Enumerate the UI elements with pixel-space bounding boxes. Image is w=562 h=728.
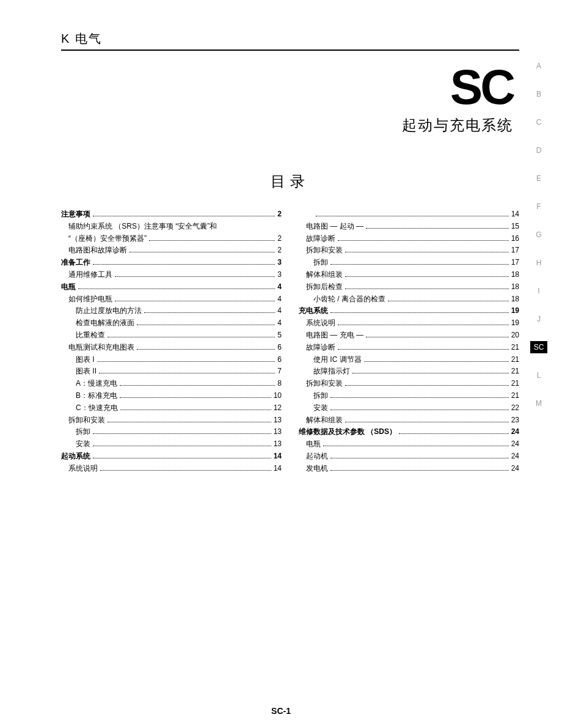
side-tab-m[interactable]: M [530, 397, 547, 410]
toc-row[interactable]: 拆卸后检查18 [299, 281, 519, 293]
toc-label: 安装 [76, 438, 90, 450]
toc-page-number: 4 [277, 305, 282, 317]
toc-row[interactable]: 拆卸和安装13 [61, 414, 282, 427]
toc-row[interactable]: 维修数据及技术参数 （SDS）24 [299, 426, 519, 438]
toc-row[interactable]: 解体和组装18 [299, 269, 519, 281]
side-tab-c[interactable]: C [530, 116, 547, 128]
toc-label: 充电系统 [299, 305, 328, 317]
toc-row[interactable]: 故障诊断21 [299, 342, 519, 354]
toc-label: 拆卸 [313, 390, 328, 402]
toc-page-number: 13 [274, 438, 282, 450]
toc-leader-dots [345, 422, 509, 422]
side-tab-h[interactable]: H [530, 257, 547, 269]
toc-label: 系统说明 [68, 463, 98, 475]
toc-page-number: 19 [511, 305, 519, 317]
toc-label: 电瓶 [61, 281, 76, 293]
toc-row[interactable]: “（座椅）安全带预紧器”2 [61, 233, 282, 245]
toc-columns: 注意事项2辅助约束系统 （SRS）注意事项 “安全气囊”和“（座椅）安全带预紧器… [61, 208, 519, 475]
toc-leader-dots [93, 264, 275, 265]
toc-label: 起动系统 [61, 450, 90, 463]
side-tab-a[interactable]: A [530, 60, 547, 72]
toc-row[interactable]: 安装13 [61, 438, 282, 450]
toc-row[interactable]: 拆卸13 [61, 426, 282, 438]
toc-row[interactable]: 系统说明14 [61, 463, 282, 475]
toc-row[interactable]: 拆卸和安装17 [299, 245, 519, 257]
toc-row[interactable]: 电瓶4 [61, 281, 282, 293]
side-tab-sc[interactable]: SC [530, 341, 547, 353]
toc-label: 解体和组装 [306, 269, 343, 281]
toc-label: 电瓶 [306, 438, 321, 450]
toc-label: 电瓶测试和充电图表 [68, 342, 134, 354]
toc-row[interactable]: 故障指示灯21 [299, 366, 519, 378]
toc-row[interactable]: 拆卸和安装21 [299, 378, 519, 390]
category-header: K 电气 [61, 31, 519, 51]
toc-row[interactable]: A：慢速充电8 [61, 378, 282, 390]
toc-row[interactable]: 电路图和故障诊断2 [61, 245, 282, 257]
toc-label: 安装 [313, 402, 328, 414]
toc-page-number: 21 [511, 390, 519, 402]
toc-row[interactable]: 安装22 [299, 402, 519, 414]
toc-leader-dots [93, 433, 271, 434]
side-tab-e[interactable]: E [530, 172, 547, 185]
toc-row[interactable]: 比重检查5 [61, 329, 282, 342]
toc-label: 拆卸和安装 [68, 414, 105, 427]
side-tab-l[interactable]: L [530, 369, 547, 381]
toc-page-number: 24 [511, 450, 519, 463]
toc-row[interactable]: 准备工作3 [61, 257, 282, 269]
toc-row[interactable]: 系统说明19 [299, 317, 519, 329]
toc-row[interactable]: 检查电解液的液面4 [61, 317, 282, 329]
toc-row[interactable]: 电路图 — 充电 —20 [299, 329, 519, 342]
toc-row[interactable]: 小齿轮 / 离合器的检查18 [299, 293, 519, 306]
side-tab-i[interactable]: I [530, 285, 547, 297]
toc-page-number: 4 [277, 281, 282, 293]
toc-leader-dots [120, 410, 271, 410]
side-tab-j[interactable]: J [530, 313, 547, 325]
toc-label: 图表 I [76, 354, 95, 366]
toc-row[interactable]: 辅助约束系统 （SRS）注意事项 “安全气囊”和 [61, 221, 282, 233]
toc-leader-dots [97, 361, 276, 362]
toc-row[interactable]: 解体和组装23 [299, 414, 519, 427]
toc-page-number: 14 [274, 463, 282, 475]
toc-row[interactable]: 图表 II7 [61, 366, 282, 378]
toc-row[interactable]: 通用维修工具3 [61, 269, 282, 281]
toc-row[interactable]: 起动机24 [299, 450, 519, 463]
toc-heading: 目录 [61, 172, 519, 191]
toc-row[interactable]: 电路图 — 起动 —15 [299, 221, 519, 233]
toc-label: 故障指示灯 [313, 366, 350, 378]
toc-row[interactable]: 起动系统14 [61, 450, 282, 463]
toc-leader-dots [137, 325, 275, 325]
toc-page-number: 4 [277, 317, 282, 329]
toc-row[interactable]: 图表 I6 [61, 354, 282, 366]
toc-leader-dots [115, 276, 275, 277]
toc-row[interactable]: 电瓶24 [299, 438, 519, 450]
section-code: SC [61, 63, 513, 112]
toc-label: 故障诊断 [306, 233, 335, 245]
toc-row[interactable]: 充电系统19 [299, 305, 519, 317]
toc-label: C：快速充电 [76, 402, 118, 414]
toc-row[interactable]: 注意事项2 [61, 208, 282, 221]
toc-row[interactable]: 拆卸17 [299, 257, 519, 269]
toc-row[interactable]: 使用 IC 调节器21 [299, 354, 519, 366]
toc-page-number: 22 [511, 402, 519, 414]
side-tab-f[interactable]: F [530, 200, 547, 213]
toc-leader-dots [100, 470, 271, 471]
toc-row[interactable]: 发电机24 [299, 463, 519, 475]
toc-leader-dots [345, 252, 509, 252]
toc-page-number: 12 [274, 402, 282, 414]
toc-row[interactable]: 故障诊断16 [299, 233, 519, 245]
toc-row[interactable]: C：快速充电12 [61, 402, 282, 414]
toc-page-number: 24 [511, 438, 519, 450]
toc-leader-dots [108, 422, 271, 422]
toc-row[interactable]: 电瓶测试和充电图表6 [61, 342, 282, 354]
toc-row[interactable]: B：标准充电10 [61, 390, 282, 402]
toc-row[interactable]: 14 [299, 208, 519, 221]
side-tab-b[interactable]: B [530, 88, 547, 100]
toc-leader-dots [330, 264, 509, 265]
toc-row[interactable]: 如何维护电瓶4 [61, 293, 282, 306]
toc-label: 准备工作 [61, 257, 90, 269]
toc-row[interactable]: 拆卸21 [299, 390, 519, 402]
side-tab-d[interactable]: D [530, 144, 547, 156]
toc-leader-dots [108, 337, 275, 337]
toc-row[interactable]: 防止过度放电的方法4 [61, 305, 282, 317]
side-tab-g[interactable]: G [530, 229, 547, 241]
